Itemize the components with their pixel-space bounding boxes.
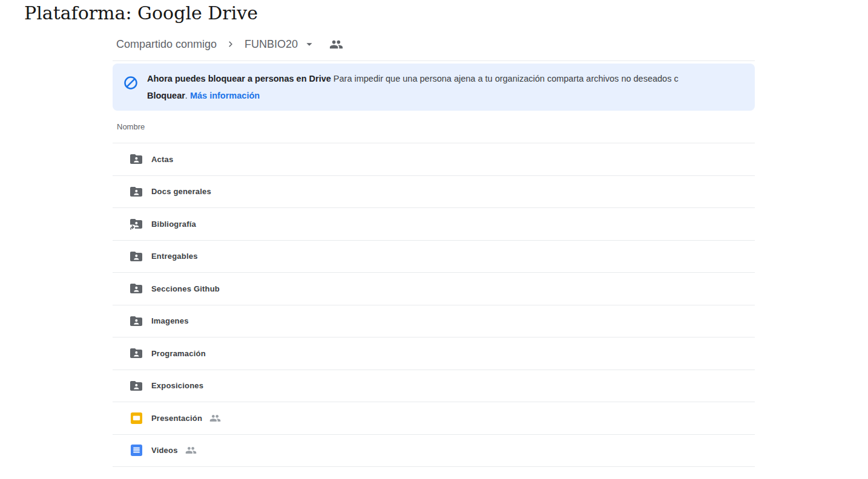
banner-title: Ahora puedes bloquear a personas en Driv…: [147, 74, 331, 83]
item-label: Presentación: [151, 414, 202, 423]
breadcrumb-shared-with-me[interactable]: Compartido conmigo: [116, 38, 217, 51]
learn-more-link[interactable]: Más información: [190, 91, 260, 100]
shared-folder-icon: [129, 152, 143, 166]
item-label: Docs generales: [151, 187, 211, 196]
screenshot-root: Plataforma: Google Drive Compartido conm…: [0, 0, 868, 479]
breadcrumb-divider: [113, 60, 755, 61]
banner-action: Bloquear: [147, 91, 185, 100]
list-item[interactable]: Presentación: [113, 402, 755, 435]
chevron-right-icon: [225, 39, 236, 50]
item-label: Programación: [151, 349, 206, 358]
item-label: Imagenes: [151, 316, 189, 325]
item-label: Bibliografía: [151, 220, 196, 229]
list-item[interactable]: Docs generales: [113, 176, 755, 209]
google-docs-icon: [129, 443, 143, 458]
people-icon: [329, 37, 343, 51]
arrow-drop-down-icon: [303, 37, 316, 51]
list-item[interactable]: Videos: [113, 435, 755, 468]
shared-folder-shortcut-icon: [129, 217, 143, 231]
banner-text: Ahora puedes bloquear a personas en Driv…: [147, 70, 679, 104]
item-label: Actas: [151, 155, 173, 164]
item-label: Videos: [151, 446, 178, 455]
breadcrumb: Compartido conmigo FUNBIO20: [116, 35, 343, 53]
list-item[interactable]: Secciones Github: [113, 273, 755, 305]
shared-folder-icon: [129, 346, 143, 360]
shared-folder-icon: [129, 184, 143, 199]
list-item[interactable]: Entregables: [113, 241, 755, 273]
shared-people-icon: [185, 445, 197, 456]
block-icon: [123, 75, 139, 91]
breadcrumb-current-label: FUNBIO20: [245, 38, 298, 51]
file-list: Nombre Actas Docs generales Bibliografía…: [113, 111, 755, 467]
item-label: Entregables: [151, 252, 198, 261]
shared-folder-icon: [129, 314, 143, 328]
google-slides-icon: [129, 411, 143, 425]
breadcrumb-current-folder[interactable]: FUNBIO20: [245, 37, 316, 51]
shared-folder-icon: [129, 379, 143, 393]
item-label: Secciones Github: [151, 284, 220, 293]
banner-body: Para impedir que una persona ajena a tu …: [334, 74, 679, 83]
item-label: Exposiciones: [151, 381, 203, 390]
list-item[interactable]: Programación: [113, 337, 755, 370]
list-item[interactable]: Bibliografía: [113, 208, 755, 241]
list-item[interactable]: Imagenes: [113, 305, 755, 338]
block-people-banner: Ahora puedes bloquear a personas en Driv…: [113, 64, 755, 111]
list-item[interactable]: Actas: [113, 143, 755, 176]
column-header-name[interactable]: Nombre: [113, 111, 755, 143]
shared-people-icon: [209, 412, 221, 424]
shared-folder-icon: [129, 249, 143, 264]
list-item[interactable]: Exposiciones: [113, 370, 755, 403]
shared-folder-icon: [129, 281, 143, 296]
page-title: Plataforma: Google Drive: [24, 1, 258, 25]
